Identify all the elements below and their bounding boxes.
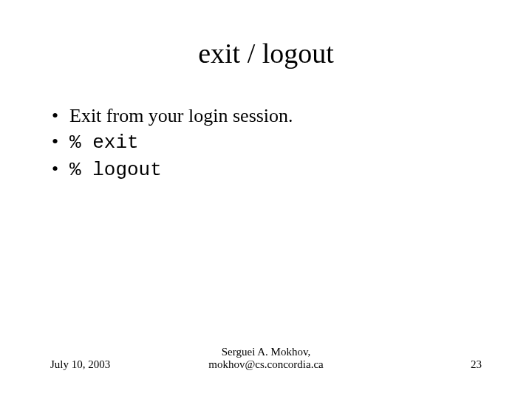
- list-item: % exit: [52, 129, 488, 156]
- slide-title: exit / logout: [44, 37, 488, 69]
- footer-page-number: 23: [349, 358, 482, 371]
- bullet-text: % exit: [69, 132, 139, 154]
- slide: exit / logout Exit from your login sessi…: [0, 0, 532, 399]
- footer-author-email: mokhov@cs.concordia.ca: [183, 358, 349, 371]
- footer-author-name: Serguei A. Mokhov,: [183, 346, 349, 358]
- footer-author: Serguei A. Mokhov, mokhov@cs.concordia.c…: [183, 346, 349, 371]
- slide-content: Exit from your login session. % exit % l…: [44, 103, 488, 346]
- bullet-text: % logout: [69, 159, 162, 181]
- list-item: Exit from your login session.: [52, 103, 488, 129]
- footer-date: July 10, 2003: [50, 358, 183, 371]
- slide-footer: July 10, 2003 Serguei A. Mokhov, mokhov@…: [44, 346, 488, 377]
- bullet-list: Exit from your login session. % exit % l…: [44, 103, 488, 183]
- list-item: % logout: [52, 156, 488, 183]
- bullet-text: Exit from your login session.: [69, 105, 293, 126]
